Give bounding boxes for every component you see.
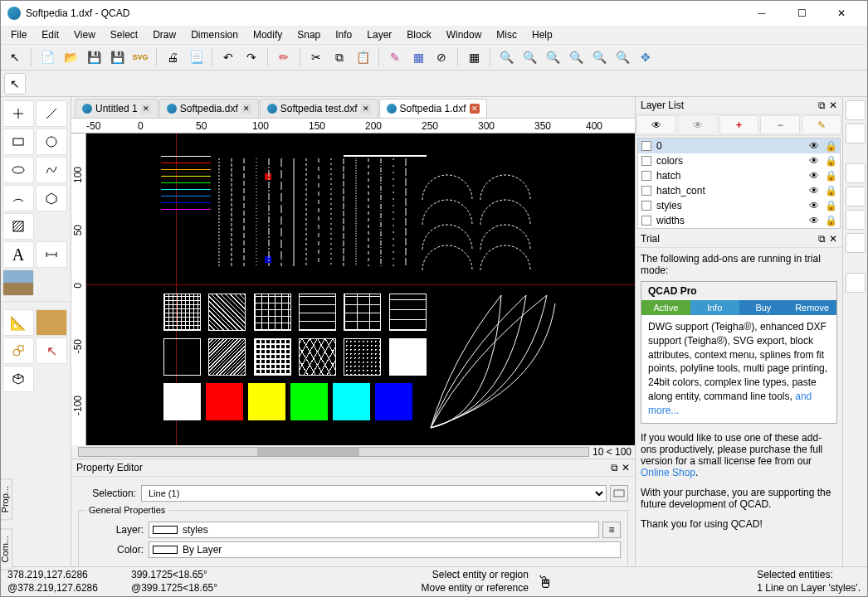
panel-close-icon[interactable]: ✕ <box>829 233 837 245</box>
addon-info-button[interactable]: Info <box>690 300 739 315</box>
zoom-previous-button[interactable]: 🔍 <box>588 46 610 68</box>
export-svg-button[interactable]: SVG <box>129 46 151 68</box>
color-dropdown[interactable]: By Layer <box>149 541 621 558</box>
pointer-mode-button[interactable]: ↖ <box>4 73 26 95</box>
dimension-tool[interactable] <box>36 241 67 268</box>
tab-close-icon[interactable]: ✕ <box>361 104 371 114</box>
layer-menu-button[interactable]: ≡ <box>602 522 621 538</box>
menu-select[interactable]: Select <box>104 27 144 42</box>
edit-tool-2[interactable]: ▦ <box>407 46 429 68</box>
save-button[interactable]: 💾 <box>83 46 105 68</box>
menu-block[interactable]: Block <box>400 27 437 42</box>
layer-dropdown[interactable]: styles <box>149 522 599 538</box>
visibility-icon[interactable]: 👁 <box>808 155 820 167</box>
visibility-icon[interactable]: 👁 <box>808 200 820 211</box>
print-button[interactable]: 🖨 <box>162 46 183 68</box>
minimize-button[interactable]: ─ <box>743 2 781 25</box>
line-tool[interactable] <box>36 100 67 127</box>
menu-help[interactable]: Help <box>525 27 559 42</box>
panel-undock-icon[interactable]: ⧉ <box>611 462 618 473</box>
lock-icon[interactable]: 🔒 <box>825 170 836 182</box>
addon-buy-button[interactable]: Buy <box>739 300 788 315</box>
open-file-button[interactable]: 📂 <box>60 46 81 68</box>
zoom-in-button[interactable]: 🔍 <box>495 46 517 68</box>
rectangle-tool[interactable] <box>2 129 34 155</box>
hatch-tool[interactable] <box>2 213 34 240</box>
lock-icon[interactable]: 🔒 <box>825 200 836 211</box>
zoom-window-button[interactable]: 🔍 <box>612 46 633 68</box>
maximize-button[interactable]: ☐ <box>783 2 821 25</box>
layer-row[interactable]: colors👁🔒 <box>638 153 840 168</box>
copy-button[interactable]: ⧉ <box>329 46 350 68</box>
side-tool-6[interactable] <box>846 233 866 253</box>
cut-button[interactable]: ✂ <box>305 46 327 68</box>
menu-dimension[interactable]: Dimension <box>184 27 245 42</box>
panel-close-icon[interactable]: ✕ <box>829 100 837 111</box>
side-tool-3[interactable] <box>846 163 866 183</box>
show-all-layers-button[interactable]: 👁 <box>636 115 676 134</box>
layer-row[interactable]: widths👁🔒 <box>638 213 840 228</box>
lock-icon[interactable]: 🔒 <box>825 155 836 167</box>
snap-tool[interactable]: ↖ <box>36 337 67 364</box>
selection-filter-button[interactable] <box>610 485 628 502</box>
erase-button[interactable]: ✏ <box>273 46 295 68</box>
side-tool-4[interactable] <box>846 187 866 206</box>
tab-softpedia-test[interactable]: Softpedia test.dxf✕ <box>260 99 378 118</box>
pointer-tool[interactable]: ↖ <box>4 46 26 68</box>
add-layer-button[interactable]: + <box>719 115 759 134</box>
lock-icon[interactable]: 🔒 <box>825 185 836 197</box>
menu-file[interactable]: File <box>4 27 33 42</box>
lock-icon[interactable]: 🔒 <box>825 215 836 226</box>
lock-icon[interactable]: 🔒 <box>825 140 836 152</box>
panel-undock-icon[interactable]: ⧉ <box>818 233 826 245</box>
tab-close-icon[interactable]: ✕ <box>470 104 480 114</box>
side-tool-5[interactable] <box>846 210 866 230</box>
menu-edit[interactable]: Edit <box>35 27 66 42</box>
new-file-button[interactable]: 📄 <box>37 46 58 68</box>
drawing-canvas[interactable] <box>86 133 635 445</box>
addon-active-button[interactable]: Active <box>641 300 690 315</box>
save-as-button[interactable]: 💾 <box>106 46 128 68</box>
side-tool-1[interactable] <box>846 100 866 120</box>
spline-tool[interactable] <box>36 157 67 183</box>
tab-softpedia-1[interactable]: Softpedia 1.dxf✕ <box>379 99 487 118</box>
tab-softpedia[interactable]: Softpedia.dxf✕ <box>159 99 259 118</box>
menu-view[interactable]: View <box>67 27 102 42</box>
select-tool[interactable] <box>2 337 34 364</box>
circle-tool[interactable] <box>36 129 67 155</box>
layer-row[interactable]: hatch_cont👁🔒 <box>638 183 840 198</box>
undo-button[interactable]: ↶ <box>217 46 239 68</box>
print-preview-button[interactable]: 📃 <box>185 46 207 68</box>
addon-remove-button[interactable]: Remove <box>788 300 836 315</box>
menu-layer[interactable]: Layer <box>360 27 398 42</box>
visibility-icon[interactable]: 👁 <box>808 170 820 182</box>
redo-button[interactable]: ↷ <box>241 46 262 68</box>
close-button[interactable]: ✕ <box>822 2 861 25</box>
layer-row[interactable]: hatch👁🔒 <box>638 168 840 183</box>
command-line-tab[interactable]: Com... <box>0 528 12 570</box>
tab-close-icon[interactable]: ✕ <box>141 104 151 114</box>
paste-button[interactable]: 📋 <box>352 46 373 68</box>
zoom-auto-button[interactable]: 🔍 <box>542 46 563 68</box>
visibility-icon[interactable]: 👁 <box>808 215 820 226</box>
menu-draw[interactable]: Draw <box>146 27 183 42</box>
zoom-selection-button[interactable]: 🔍 <box>565 46 587 68</box>
grid-button[interactable]: ▦ <box>463 46 485 68</box>
menu-misc[interactable]: Misc <box>490 27 524 42</box>
menu-window[interactable]: Window <box>440 27 489 42</box>
online-shop-link[interactable]: Online Shop <box>641 467 695 478</box>
tab-untitled[interactable]: Untitled 1✕ <box>75 99 158 118</box>
layer-row[interactable]: 0👁🔒 <box>638 138 840 153</box>
side-tool-7[interactable] <box>846 273 866 293</box>
arc-tool[interactable] <box>2 185 34 211</box>
pan-button[interactable]: ✥ <box>635 46 656 68</box>
text-tool[interactable]: A <box>2 241 34 268</box>
point-tool[interactable] <box>2 100 34 127</box>
edit-tool-1[interactable]: ✎ <box>384 46 406 68</box>
image-tool[interactable] <box>2 269 34 296</box>
visibility-icon[interactable]: 👁 <box>808 185 820 197</box>
canvas-scrollbar[interactable]: 10 < 100 <box>71 445 635 459</box>
ruler-tool[interactable] <box>36 309 67 336</box>
tab-close-icon[interactable]: ✕ <box>241 104 251 114</box>
polygon-tool[interactable] <box>36 185 67 211</box>
